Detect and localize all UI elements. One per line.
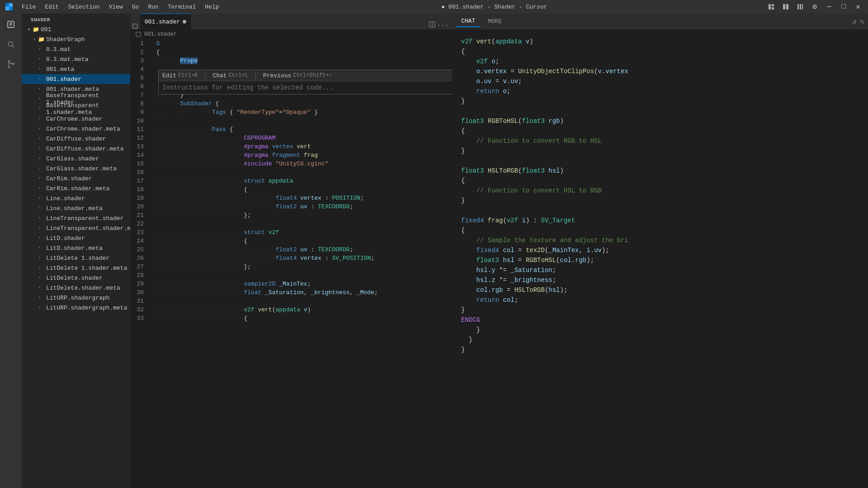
activity-explorer[interactable]: [2, 15, 20, 33]
sidebar-item-label: Line.shader.meta: [46, 205, 103, 212]
file-icon: ·: [38, 86, 46, 92]
sidebar-item-basetransparent-meta[interactable]: · BaseTransparent 1.shader.meta: [22, 104, 130, 114]
sidebar-item-cardiffuse-meta[interactable]: · CarDiffuse.shader.meta: [22, 144, 130, 154]
code-line-19: 19 ································float…: [130, 194, 452, 202]
right-code-line: float3 hsl = RGBToHSL(col.rgb);: [461, 255, 859, 265]
sidebar-item-litdelete-meta[interactable]: · LitDelete.shader.meta: [22, 283, 130, 293]
sidebar-item-carrim-meta[interactable]: · CarRim.shader.meta: [22, 183, 130, 193]
chat-button[interactable]: Chat Ctrl+L: [212, 72, 248, 79]
line-content: ························{: [148, 314, 452, 323]
layout2-icon[interactable]: [780, 1, 791, 12]
sidebar-item-cardiffuse[interactable]: · CarDiffuse.shader: [22, 134, 130, 144]
right-code-line: }: [461, 345, 859, 355]
line-content: ························v2f vert(appdata…: [148, 305, 452, 314]
menu-selection[interactable]: Selection: [64, 3, 103, 11]
panel-actions: ↺ ✎: [852, 17, 864, 26]
sidebar-item-line[interactable]: · Line.shader: [22, 193, 130, 203]
sidebar-item-litdelete1[interactable]: · LitDelete 1.shader: [22, 253, 130, 263]
sidebar-item-litd-meta[interactable]: · LitD.shader.meta: [22, 243, 130, 253]
line-content: ························float _Saturatio…: [148, 288, 452, 297]
sidebar-item-001-meta[interactable]: · 001.meta: [22, 64, 130, 74]
menu-help[interactable]: Help: [201, 3, 222, 11]
editor-area[interactable]: Edit Ctrl+K Chat Ctrl+L Previous Ctrl+Sh…: [130, 39, 452, 488]
tab-chat[interactable]: CHAT: [456, 16, 481, 27]
sidebar-item-line-meta[interactable]: · Line.shader.meta: [22, 203, 130, 213]
right-code-line: ENDCG: [461, 315, 859, 325]
sidebar-item-liturp[interactable]: · LitURP.shadergraph: [22, 293, 130, 303]
tab-more[interactable]: MORE: [482, 16, 507, 27]
sidebar-item-carrim[interactable]: · CarRim.shader: [22, 174, 130, 183]
maximize-button[interactable]: □: [838, 1, 849, 12]
code-line-14: 14 ························#pragma fragm…: [130, 151, 452, 160]
settings-icon[interactable]: ⚙: [809, 1, 820, 12]
tab-label: 001.shader: [145, 19, 180, 25]
right-code-line: // Sample the texture and adjust the bri: [461, 235, 859, 245]
sidebar-item-carglass[interactable]: · CarGlass.shader: [22, 154, 130, 164]
sidebar-item-carchrome[interactable]: · CarChrome.shader: [22, 114, 130, 124]
line-number: 27: [130, 263, 148, 271]
history-icon[interactable]: ↺: [852, 17, 857, 26]
sidebar-item-litd[interactable]: · LitD.shader: [22, 233, 130, 243]
svg-rect-11: [802, 4, 803, 9]
code-line-28: 28: [130, 271, 452, 280]
line-number: 3: [130, 56, 148, 65]
breadcrumb-item: [136, 31, 142, 38]
right-code-line: {: [461, 225, 859, 235]
sidebar-item-carchrome-meta[interactable]: · CarChrome.shader.meta: [22, 124, 130, 134]
code-line-31: 31: [130, 297, 452, 305]
right-panel: CHAT MORE ↺ ✎ v2f vert(appdata v) { v2f …: [452, 14, 868, 488]
svg-rect-10: [800, 4, 801, 9]
edit-button[interactable]: Edit Ctrl+K: [162, 72, 198, 79]
sidebar-item-001[interactable]: ▾ 📁 001: [22, 24, 130, 34]
svg-rect-7: [783, 4, 785, 9]
right-code-line: return col;: [461, 295, 859, 305]
more-actions-button[interactable]: ···: [437, 22, 448, 29]
menu-terminal[interactable]: Terminal: [164, 3, 199, 11]
previous-button[interactable]: Previous Ctrl+Shift+↑: [263, 72, 332, 79]
sidebar-item-litdelete1-meta[interactable]: · LitDelete 1.shader.meta: [22, 263, 130, 273]
sidebar-item-0-3-mat[interactable]: · 0.3.mat: [22, 44, 130, 54]
code-line-25: 25 ································float…: [130, 245, 452, 254]
right-code-line: // Function to convert HSL to RGB: [461, 186, 859, 196]
sidebar-item-linetransparent[interactable]: · LineTransparent.shader: [22, 213, 130, 223]
sidebar-item-litdelete[interactable]: · LitDelete.shader: [22, 273, 130, 283]
sidebar-item-0-3-mat-meta[interactable]: · 0.3.mat.meta: [22, 54, 130, 64]
inline-edit-input[interactable]: [162, 84, 411, 91]
inline-input-row[interactable]: [159, 81, 452, 94]
file-icon: ·: [38, 76, 46, 82]
line-content: ························struct v2f: [148, 228, 452, 237]
line-content: ································float2 u…: [148, 202, 452, 211]
sidebar-item-shadergraph[interactable]: › 📁 ShaderGraph: [22, 34, 130, 44]
minimize-button[interactable]: —: [824, 1, 835, 12]
sidebar-item-carglass-meta[interactable]: · CarGlass.shader.meta: [22, 164, 130, 174]
activity-source-control[interactable]: [2, 55, 20, 73]
activity-search[interactable]: [2, 35, 20, 53]
breadcrumb-file: 001.shader: [144, 31, 177, 38]
layout3-icon[interactable]: [795, 1, 806, 12]
line-number: 5: [130, 74, 148, 82]
layout-icon[interactable]: [766, 1, 777, 12]
sidebar-item-linetransparent-meta[interactable]: · LineTransparent.shader.meta: [22, 223, 130, 233]
sidebar-item-liturp-meta[interactable]: · LitURP.shadergraph.meta: [22, 303, 130, 313]
right-code-line: o.vertex = UnityObjectToClipPos(v.vertex: [461, 66, 859, 76]
code-line-23: 23 ························struct v2f: [130, 228, 452, 237]
sidebar-item-label: LitDelete.shader: [46, 275, 103, 282]
menu-view[interactable]: View: [105, 3, 127, 11]
code-line-10: 10: [130, 117, 452, 125]
menu-edit[interactable]: Edit: [41, 3, 62, 11]
menu-run[interactable]: Run: [144, 3, 162, 11]
separator2: [255, 72, 256, 79]
menu-go[interactable]: Go: [128, 3, 143, 11]
split-editor-button[interactable]: [429, 21, 435, 29]
new-chat-icon[interactable]: ✎: [860, 17, 864, 26]
code-line-17: 17 ························struct appdat…: [130, 177, 452, 185]
sidebar-item-label: LitDelete 1.shader.meta: [46, 265, 127, 272]
close-button[interactable]: ✕: [853, 1, 863, 12]
right-code-line: v2f o;: [461, 56, 859, 66]
line-content: ··{: [148, 48, 452, 56]
sidebar-item-001-shader[interactable]: · 001.shader: [22, 74, 130, 84]
menu-file[interactable]: File: [18, 3, 39, 11]
file-icon: ·: [38, 295, 46, 301]
code-line-9: 9 ················Tags { "RenderType"="O…: [130, 108, 452, 117]
tab-001-shader[interactable]: 001.shader: [140, 14, 191, 29]
